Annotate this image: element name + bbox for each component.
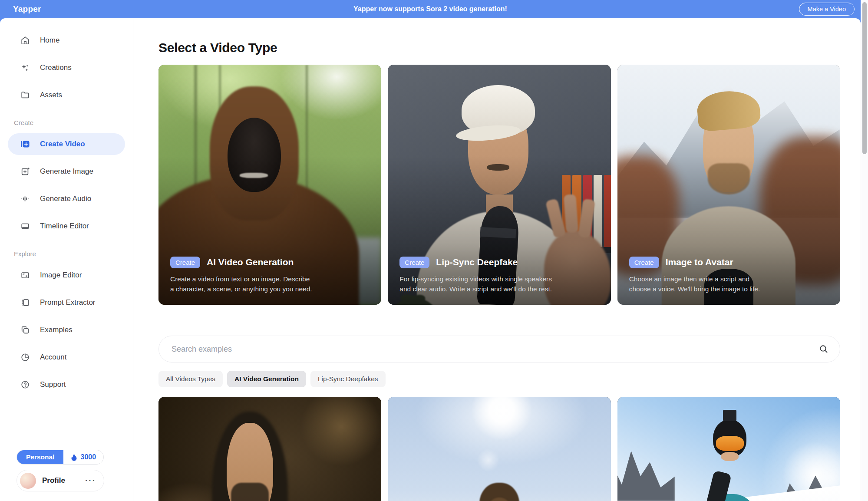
search-bar [158, 336, 840, 363]
sidebar: Home Creations Assets Create Create V [0, 18, 133, 501]
credits-amount: 3000 [80, 453, 96, 461]
sidebar-item-label: Prompt Extractor [40, 298, 96, 307]
top-banner: Yapper Yapper now supports Sora 2 video … [0, 0, 861, 18]
create-badge: Create [629, 257, 659, 268]
sparkles-icon [20, 63, 30, 73]
card-title: Lip-Sync Deepfake [436, 257, 518, 267]
chip-all-video-types[interactable]: All Videos Types [158, 371, 223, 387]
create-badge: Create [170, 257, 200, 268]
sidebar-item-generate-image[interactable]: Generate Image [8, 161, 125, 182]
example-videos [158, 397, 840, 501]
sidebar-item-assets[interactable]: Assets [8, 84, 125, 106]
home-icon [20, 35, 30, 46]
page-title: Select a Video Type [158, 40, 840, 55]
sidebar-item-label: Account [40, 353, 66, 362]
desert-bigfoot-thumbnail [388, 397, 611, 501]
sidebar-item-label: Create Video [40, 140, 85, 148]
examples-icon [20, 325, 30, 335]
chip-lip-sync-deepfakes[interactable]: Lip-Sync Deepfakes [310, 371, 386, 387]
sidebar-item-generate-audio[interactable]: Generate Audio [8, 188, 125, 210]
section-label-create: Create [14, 119, 133, 126]
sidebar-item-prompt-extractor[interactable]: Prompt Extractor [8, 292, 125, 313]
example-video-snowboarder[interactable] [617, 397, 840, 501]
example-video-cave-selfie[interactable] [158, 397, 381, 501]
card-image-to-avatar[interactable]: Create Image to Avatar Choose an image t… [617, 65, 840, 305]
cave-selfie-thumbnail [158, 397, 381, 501]
sidebar-item-creations[interactable]: Creations [8, 57, 125, 79]
workspace-plan-toggle[interactable]: Personal [17, 450, 63, 464]
question-circle-icon [20, 379, 30, 390]
snowboarder-thumbnail [617, 397, 840, 501]
profile-menu-icon[interactable]: ··· [85, 476, 96, 485]
sidebar-item-label: Examples [40, 326, 73, 334]
card-caption: Create Lip-Sync Deepfake For lip-syncing… [388, 257, 611, 305]
create-video-icon [20, 139, 30, 149]
card-ai-video-generation[interactable]: Create AI Video Generation Create a vide… [158, 65, 381, 305]
card-title: Image to Avatar [666, 257, 733, 267]
sidebar-item-label: Timeline Editor [40, 222, 89, 231]
card-description: For lip-syncing existing videos with sin… [399, 274, 599, 294]
sidebar-item-label: Generate Audio [40, 194, 91, 203]
profile-button[interactable]: Profile ··· [17, 470, 104, 491]
sidebar-item-home[interactable]: Home [8, 30, 125, 51]
video-type-cards: Create AI Video Generation Create a vide… [158, 65, 840, 305]
folder-icon [20, 90, 30, 100]
scrollbar-thumb[interactable] [862, 2, 867, 154]
sidebar-item-label: Image Editor [40, 271, 82, 280]
card-caption: Create Image to Avatar Choose an image t… [617, 257, 840, 305]
card-description: Create a video from text or an image. De… [170, 274, 370, 294]
avatar [20, 473, 36, 489]
search-input[interactable] [158, 336, 840, 363]
card-title: AI Video Generation [207, 257, 294, 267]
sidebar-item-timeline-editor[interactable]: Timeline Editor [8, 215, 125, 237]
prompt-extractor-icon [20, 297, 30, 308]
sidebar-item-image-editor[interactable]: Image Editor [8, 264, 125, 286]
sidebar-item-label: Generate Image [40, 167, 93, 176]
create-badge: Create [399, 257, 429, 268]
sidebar-item-label: Assets [40, 91, 62, 99]
sidebar-item-examples[interactable]: Examples [8, 319, 125, 341]
content-sheet: Home Creations Assets Create Create V [0, 18, 861, 501]
filter-chips: All Videos Types AI Video Generation Lip… [158, 371, 840, 387]
card-caption: Create AI Video Generation Create a vide… [158, 257, 381, 305]
make-a-video-button[interactable]: Make a Video [799, 3, 855, 16]
app-window: Yapper Yapper now supports Sora 2 video … [0, 0, 868, 501]
example-video-desert-bigfoot[interactable] [388, 397, 611, 501]
generate-image-icon [20, 166, 30, 177]
credits-badge[interactable]: 3000 [63, 450, 103, 464]
sidebar-item-support[interactable]: Support [8, 374, 125, 396]
scrollbar[interactable] [861, 0, 868, 501]
flame-icon [71, 454, 77, 461]
timeline-icon [20, 221, 30, 231]
pie-chart-icon [20, 352, 30, 363]
waveform-icon [20, 194, 30, 204]
app-logo: Yapper [13, 4, 41, 14]
profile-label: Profile [42, 476, 65, 485]
section-label-explore: Explore [14, 250, 133, 257]
chip-ai-video-generation[interactable]: AI Video Generation [227, 371, 306, 387]
sidebar-item-label: Support [40, 380, 66, 389]
announcement-text: Yapper now supports Sora 2 video generat… [353, 5, 507, 13]
workspace-pill[interactable]: Personal 3000 [17, 450, 104, 465]
main-content: Select a Video Type Create AI Video Gene… [133, 18, 861, 501]
sidebar-item-account[interactable]: Account [8, 346, 125, 368]
sidebar-item-create-video[interactable]: Create Video [8, 133, 125, 155]
card-lip-sync-deepfake[interactable]: Create Lip-Sync Deepfake For lip-syncing… [388, 65, 611, 305]
card-description: Choose an image then write a script and … [629, 274, 828, 294]
image-editor-icon [20, 270, 30, 280]
sidebar-item-label: Home [40, 36, 59, 45]
search-icon[interactable] [818, 344, 829, 354]
sidebar-item-label: Creations [40, 63, 72, 72]
